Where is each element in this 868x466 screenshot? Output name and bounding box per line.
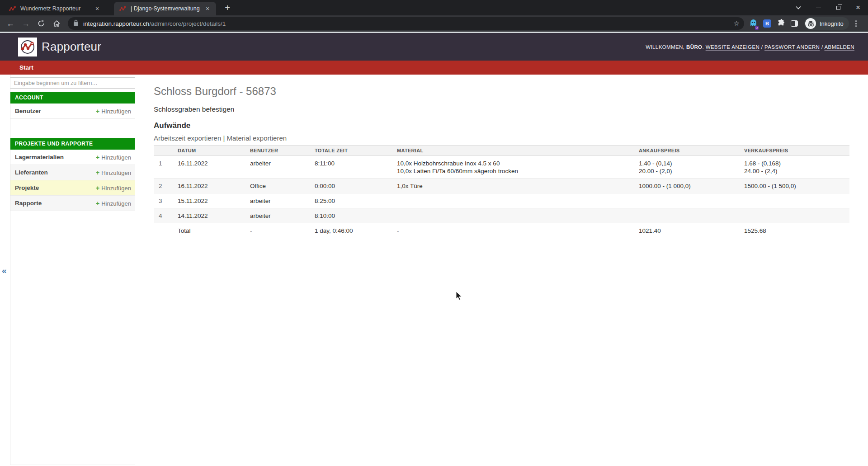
total-label: Total	[177, 223, 249, 238]
add-projekte-button[interactable]: +Hinzufügen	[96, 184, 131, 192]
add-benutzer-button[interactable]: +Hinzufügen	[96, 108, 131, 115]
sidebar-section-title[interactable]: ACCOUNT	[10, 92, 135, 104]
sidebar-item-benutzer[interactable]: Benutzer +Hinzufügen	[10, 104, 135, 119]
back-icon[interactable]: ←	[4, 17, 17, 30]
username: BÜRO	[686, 44, 702, 50]
brand-title[interactable]: Rapporteur	[42, 40, 101, 54]
sidebar-item-label[interactable]: Projekte	[15, 184, 39, 191]
sidebar-item-label[interactable]: Lagermaterialien	[15, 154, 64, 160]
app-header: Rapporteur WILLKOMMEN, BÜRO. WEBSITE ANZ…	[0, 33, 868, 61]
window-close-button[interactable]: ×	[848, 0, 868, 15]
bitwarden-extension-icon[interactable]: B	[763, 19, 771, 28]
browser-tab-active[interactable]: | Django-Systemverwaltung ×	[114, 2, 216, 15]
rapporteur-favicon-icon	[9, 5, 17, 12]
page-title: Schloss Burgdorf - 56873	[154, 85, 849, 98]
new-tab-button[interactable]: +	[222, 2, 233, 14]
sidebar-filter-input[interactable]	[10, 77, 135, 89]
breadcrumb: Start	[0, 61, 868, 75]
sidebar: ACCOUNT Benutzer +Hinzufügen PROJEKTE UN…	[10, 75, 135, 465]
browser-toolbar: ← → integration.rapporteur.ch/admin/core…	[0, 15, 868, 32]
aufwaende-heading: Aufwände	[154, 121, 849, 130]
lock-icon	[73, 19, 79, 28]
total-ankauf: 1021.40	[638, 223, 743, 238]
export-arbeitszeit-link[interactable]: Arbeitszeit exportieren	[154, 134, 221, 142]
sidebar-item-lieferanten[interactable]: Lieferanten +Hinzufügen	[10, 165, 135, 180]
reload-icon[interactable]	[34, 17, 48, 30]
sidebar-item-projekte[interactable]: Projekte +Hinzufügen	[10, 180, 135, 196]
plus-icon: +	[96, 108, 99, 115]
extension-badge: 0	[755, 26, 759, 30]
sidebar-item-label[interactable]: Lieferanten	[15, 169, 48, 176]
add-lieferanten-button[interactable]: +Hinzufügen	[96, 169, 131, 176]
url-path: /admin/core/project/details/1	[149, 20, 226, 27]
col-benutzer: BENUTZER	[249, 146, 314, 156]
col-material: MATERIAL	[396, 146, 638, 156]
project-description: Schlossgraben befestigen	[154, 105, 849, 113]
browser-titlebar: Wundernetz Rapporteur × | Django-Systemv…	[0, 0, 868, 15]
tab-close-icon[interactable]: ×	[93, 5, 101, 13]
table-row: 3 15.11.2022 arbeiter 8:25:00	[154, 193, 849, 208]
bookmark-star-icon[interactable]: ☆	[734, 19, 740, 28]
export-links: Arbeitszeit exportieren | Material expor…	[154, 134, 849, 142]
tab-title: Wundernetz Rapporteur	[20, 5, 90, 12]
tab-search-icon[interactable]	[788, 0, 808, 15]
incognito-label: Inkognito	[820, 20, 844, 27]
url-text: integration.rapporteur.ch/admin/core/pro…	[83, 20, 226, 27]
breadcrumb-start-link[interactable]: Start	[19, 64, 33, 71]
plus-icon: +	[96, 184, 99, 192]
main-content: Schloss Burgdorf - 56873 Schlossgraben b…	[154, 85, 849, 238]
sidebar-item-lagermaterialien[interactable]: Lagermaterialien +Hinzufügen	[10, 150, 135, 165]
total-verkauf: 1525.68	[743, 223, 849, 238]
col-totale-zeit: TOTALE ZEIT	[314, 146, 396, 156]
logout-link[interactable]: ABMELDEN	[825, 44, 854, 50]
col-num	[154, 146, 177, 156]
sidebar-item-label[interactable]: Rapporte	[15, 200, 42, 207]
extensions-cluster: 0 B	[750, 19, 798, 28]
tab-close-icon[interactable]: ×	[203, 5, 212, 13]
url-host: integration.rapporteur.ch	[83, 20, 149, 27]
plus-icon: +	[96, 200, 99, 207]
change-password-link[interactable]: PASSWORT ÄNDERN	[764, 44, 820, 50]
plus-icon: +	[96, 154, 99, 161]
minimize-button[interactable]	[808, 0, 828, 15]
table-total-row: Total - 1 day, 0:46:00 - 1021.40 1525.68	[154, 223, 849, 238]
sidebar-item-rapporte[interactable]: Rapporte +Hinzufügen	[10, 196, 135, 211]
sidebar-section-account: ACCOUNT Benutzer +Hinzufügen	[10, 92, 135, 119]
rapporteur-favicon-icon	[119, 5, 127, 12]
user-tools: WILLKOMMEN, BÜRO. WEBSITE ANZEIGEN / PAS…	[646, 44, 854, 50]
sidebar-item-label[interactable]: Benutzer	[15, 108, 41, 114]
browser-tab-inactive[interactable]: Wundernetz Rapporteur ×	[4, 2, 106, 15]
ghost-extension-icon[interactable]: 0	[750, 19, 757, 28]
home-icon[interactable]	[50, 17, 63, 30]
col-ankaufspreis: ANKAUFSPREIS	[638, 146, 743, 156]
incognito-icon	[805, 18, 816, 29]
plus-icon: +	[96, 169, 99, 176]
export-material-link[interactable]: Material exportieren	[227, 134, 287, 142]
aufwaende-table: DATUM BENUTZER TOTALE ZEIT MATERIAL ANKA…	[154, 145, 849, 238]
table-header-row: DATUM BENUTZER TOTALE ZEIT MATERIAL ANKA…	[154, 146, 849, 156]
table-row: 1 16.11.2022 arbeiter 8:11:00 10,0x Holz…	[154, 156, 849, 179]
forward-icon[interactable]: →	[19, 17, 33, 30]
sidebar-gap	[10, 119, 135, 135]
tab-title: | Django-Systemverwaltung	[131, 5, 201, 12]
side-panel-icon[interactable]	[791, 20, 798, 27]
sidebar-collapse-icon[interactable]: «	[2, 266, 7, 276]
add-lagermaterialien-button[interactable]: +Hinzufügen	[96, 154, 131, 161]
welcome-text: WILLKOMMEN,	[646, 44, 684, 50]
view-site-link[interactable]: WEBSITE ANZEIGEN	[706, 44, 760, 50]
mouse-cursor	[456, 291, 463, 303]
sidebar-section-title[interactable]: PROJEKTE UND RAPPORTE	[10, 138, 135, 150]
rapporteur-logo-icon[interactable]	[18, 38, 37, 56]
browser-menu-icon[interactable]	[855, 20, 857, 27]
table-row: 4 14.11.2022 arbeiter 8:10:00	[154, 208, 849, 223]
col-datum: DATUM	[177, 146, 249, 156]
add-rapporte-button[interactable]: +Hinzufügen	[96, 200, 131, 207]
col-verkaufspreis: VERKAUFSPREIS	[743, 146, 849, 156]
address-bar[interactable]: integration.rapporteur.ch/admin/core/pro…	[68, 17, 744, 30]
table-row: 2 16.11.2022 Office 0:00:00 1,0x Türe 10…	[154, 179, 849, 193]
extensions-puzzle-icon[interactable]	[777, 19, 785, 28]
window-controls: ×	[788, 0, 868, 15]
sidebar-section-projekte-rapporte: PROJEKTE UND RAPPORTE Lagermaterialien +…	[10, 138, 135, 211]
restore-button[interactable]	[828, 0, 848, 15]
incognito-badge[interactable]: Inkognito	[804, 17, 849, 30]
